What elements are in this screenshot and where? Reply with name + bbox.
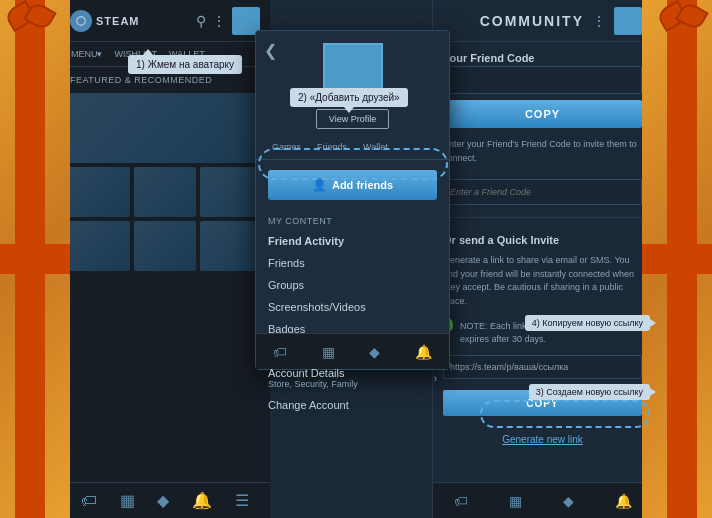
- add-friends-icon: 👤: [312, 178, 327, 192]
- enter-friend-code-input[interactable]: [443, 179, 642, 205]
- quick-invite-desc: Generate a link to share via email or SM…: [443, 254, 642, 308]
- tooltip-add-friends-instruction: 2) «Добавить друзей»: [290, 88, 408, 107]
- featured-image-small-2: [134, 167, 196, 217]
- bottom-tag-icon[interactable]: 🏷: [81, 492, 97, 510]
- gift-decoration-left: [0, 0, 70, 518]
- right-bottom-tag[interactable]: 🏷: [454, 493, 468, 509]
- mid-bottom-grid[interactable]: ▦: [322, 344, 335, 360]
- left-bottom-nav: 🏷 ▦ ◆ 🔔 ☰: [60, 482, 270, 518]
- featured-image-small-5: [134, 221, 196, 271]
- featured-image-main: [68, 93, 262, 163]
- quick-link-url: https://s.team/p/ваша/ссылка: [443, 355, 642, 379]
- profile-popup: ❮ View Profile Games Friends Wallet 👤 Ad…: [255, 30, 450, 370]
- list-item-change-account[interactable]: Change Account: [256, 394, 449, 416]
- friend-code-input[interactable]: [443, 66, 642, 94]
- add-friends-label: Add friends: [332, 179, 393, 191]
- generate-new-link-button[interactable]: Generate new link: [443, 426, 642, 452]
- community-menu-icon[interactable]: ⋮: [592, 13, 606, 29]
- steam-header-icons: ⚲ ⋮: [196, 7, 260, 35]
- bottom-diamond-icon[interactable]: ◆: [157, 491, 169, 510]
- friend-code-section: Your Friend Code COPY: [443, 52, 642, 128]
- friend-code-label: Your Friend Code: [443, 52, 642, 64]
- bow-left: [5, 5, 55, 45]
- profile-tab-friends[interactable]: Friends: [309, 137, 355, 159]
- back-arrow-icon[interactable]: ❮: [264, 41, 277, 60]
- bottom-bell-icon[interactable]: 🔔: [192, 491, 212, 510]
- mid-bottom-bell[interactable]: 🔔: [415, 344, 432, 360]
- tooltip-copy-instruction: 4) Копируем новую ссылку: [525, 315, 650, 331]
- bottom-menu-icon[interactable]: ☰: [235, 491, 249, 510]
- divider: [443, 217, 642, 218]
- list-item-groups[interactable]: Groups: [256, 274, 449, 296]
- steam-header: STEAM ⚲ ⋮: [60, 0, 270, 42]
- steam-logo: STEAM: [70, 10, 140, 32]
- mid-bottom-tag[interactable]: 🏷: [273, 344, 287, 360]
- bow-right: [657, 5, 707, 45]
- steam-icon: [70, 10, 92, 32]
- steam-label: STEAM: [96, 15, 140, 27]
- add-friends-button[interactable]: 👤 Add friends: [268, 170, 437, 200]
- featured-images-row-2: [68, 221, 262, 271]
- featured-image-small-4: [68, 221, 130, 271]
- mid-bottom-diamond[interactable]: ◆: [369, 344, 380, 360]
- community-title: COMMUNITY: [480, 13, 584, 29]
- community-avatar: [614, 7, 642, 35]
- right-bottom-nav: 🏷 ▦ ◆ 🔔: [433, 482, 652, 518]
- community-panel: COMMUNITY ⋮ Your Friend Code COPY Enter …: [432, 0, 652, 518]
- ribbon-vertical-right: [667, 0, 697, 518]
- right-bottom-grid[interactable]: ▦: [509, 493, 522, 509]
- quick-invite-label: Or send a Quick Invite: [443, 234, 642, 246]
- list-item-screenshots[interactable]: Screenshots/Videos: [256, 296, 449, 318]
- middle-bottom-nav: 🏷 ▦ ◆ 🔔: [256, 333, 449, 369]
- gift-decoration-right: [642, 0, 712, 518]
- profile-tab-wallet[interactable]: Wallet: [355, 137, 396, 159]
- nav-tab-menu[interactable]: MENU▾: [66, 46, 108, 62]
- featured-images-row: [68, 167, 262, 217]
- steam-store-panel: STEAM ⚲ ⋮ MENU▾ WISHLIST WALLET 1) Жмем …: [60, 0, 270, 518]
- right-bottom-diamond[interactable]: ◆: [563, 493, 574, 509]
- tooltip-new-link-instruction: 3) Создаем новую ссылку: [529, 384, 650, 400]
- friend-code-copy-button[interactable]: COPY: [443, 100, 642, 128]
- featured-image-small-6: [200, 221, 262, 271]
- dots-menu-icon[interactable]: ⋮: [212, 13, 226, 29]
- list-item-friends[interactable]: Friends: [256, 252, 449, 274]
- featured-images: [60, 89, 270, 275]
- bottom-grid-icon[interactable]: ▦: [120, 491, 135, 510]
- featured-image-small-3: [200, 167, 262, 217]
- profile-tabs: Games Friends Wallet: [256, 137, 449, 160]
- search-icon[interactable]: ⚲: [196, 13, 206, 29]
- profile-tab-games[interactable]: Games: [264, 137, 309, 159]
- invite-description: Enter your Friend's Friend Code to invit…: [443, 138, 642, 165]
- featured-image-small-1: [68, 167, 130, 217]
- tooltip-avatar-instruction: 1) Жмем на аватарку: [128, 55, 242, 74]
- arrow-icon: ›: [434, 373, 437, 384]
- right-bottom-bell[interactable]: 🔔: [615, 493, 632, 509]
- list-item-friend-activity[interactable]: Friend Activity: [256, 230, 449, 252]
- my-content-label: MY CONTENT: [256, 210, 449, 230]
- ribbon-vertical-left: [15, 0, 45, 518]
- community-header: COMMUNITY ⋮: [433, 0, 652, 42]
